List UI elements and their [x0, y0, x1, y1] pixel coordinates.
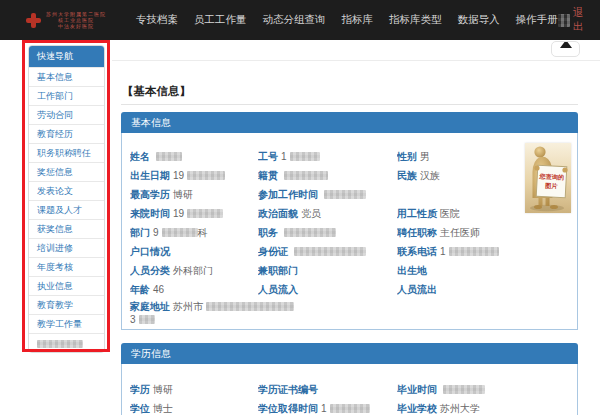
field-label: 政治面貌 — [258, 208, 298, 219]
field-label: 联系电话 — [397, 246, 437, 257]
nav-item-group-query[interactable]: 动态分组查询 — [263, 13, 326, 27]
field-position: 职务 — [258, 221, 397, 240]
field-id-card: 身份证 — [258, 240, 397, 259]
field-label: 身份证 — [258, 246, 288, 257]
redacted-value — [156, 152, 182, 161]
logout-button[interactable]: 退出 — [573, 6, 588, 34]
redacted-value — [324, 190, 366, 199]
header-separator — [112, 60, 600, 61]
top-navbar: 苏州大学附属第二医院 核工业总医院 中法友好医院 专技档案 员工工作量 动态分组… — [0, 0, 600, 40]
field-label: 家庭地址 — [130, 301, 170, 312]
field-name: 姓名 — [130, 145, 258, 164]
field-degree: 学位博士 — [130, 397, 258, 415]
field-appointed-title: 聘任职称主任医师 — [397, 221, 577, 240]
red-cross-icon — [26, 13, 41, 28]
navbar-user-area: 退出 — [558, 6, 593, 34]
nav-item-workload[interactable]: 员工工作量 — [194, 13, 247, 27]
field-degree-obtained-time: 学位取得时间1 — [258, 397, 397, 415]
field-label: 参加工作时间 — [258, 189, 318, 200]
nav-item-data-import[interactable]: 数据导入 — [458, 13, 500, 27]
redacted-label — [37, 340, 83, 348]
sidebar-item-teaching[interactable]: 教育教学 — [29, 295, 104, 314]
field-value: 汉族 — [420, 170, 440, 181]
field-value: 苏州大学 — [440, 403, 480, 414]
field-graduation-school: 毕业学校苏州大学 — [397, 397, 577, 415]
field-value: 19 — [173, 170, 184, 181]
field-graduation-time: 毕业时间 — [397, 378, 577, 397]
field-home-address: 家庭地址苏州市 3 — [122, 300, 577, 326]
field-label: 姓名 — [130, 151, 150, 162]
sidebar-item-rewards-punishments[interactable]: 奖惩信息 — [29, 162, 104, 181]
field-value: 外科部门 — [173, 265, 213, 276]
field-label: 职务 — [258, 227, 278, 238]
field-label: 性别 — [397, 151, 417, 162]
field-row: 出生日期19 籍贯 民族汉族 — [122, 164, 577, 183]
sidebar-item-teaching-workload[interactable]: 教学工作量 — [29, 314, 104, 333]
sidebar-item-training[interactable]: 培训进修 — [29, 238, 104, 257]
sidebar-item-practice-info[interactable]: 执业信息 — [29, 276, 104, 295]
field-label: 毕业学校 — [397, 403, 437, 414]
field-value: 46 — [153, 284, 164, 295]
sidebar-item-redacted[interactable] — [29, 333, 104, 352]
field-label: 学历 — [130, 384, 150, 395]
field-age: 年龄46 — [130, 278, 258, 297]
sidebar-item-work-dept[interactable]: 工作部门 — [29, 86, 104, 105]
field-hospital-entry-time: 来院时间19 — [130, 202, 258, 221]
field-label: 来院时间 — [130, 208, 170, 219]
scroll-top-button[interactable] — [551, 41, 580, 57]
field-value: 男 — [420, 151, 430, 162]
field-row: 户口情况 身份证 联系电话1 — [122, 240, 577, 259]
sidebar-item-projects-talent[interactable]: 课题及人才 — [29, 200, 104, 219]
redacted-value — [139, 315, 155, 324]
nav-item-archives[interactable]: 专技档案 — [136, 13, 178, 27]
sidebar-header: 快速导航 — [29, 46, 104, 67]
education-info-panel: 学历信息 学历博研 学历证书编号 毕业时间 学位博士 学位取得时间1 毕业学校苏… — [121, 343, 578, 415]
redacted-value — [206, 302, 294, 311]
field-value: 苏州市 — [173, 301, 203, 312]
up-arrow-icon — [560, 41, 572, 48]
sidebar-item-basic-info[interactable]: 基本信息 — [29, 67, 104, 86]
field-label: 学位取得时间 — [258, 403, 318, 414]
field-row: 学位博士 学位取得时间1 毕业学校苏州大学 — [122, 397, 577, 415]
field-row: 人员分类外科部门 兼职部门 出生地 — [122, 259, 577, 278]
nav-item-indicator-lib[interactable]: 指标库 — [342, 13, 374, 27]
field-native-place: 籍贯 — [258, 164, 397, 183]
field-label: 出生地 — [397, 265, 427, 276]
sidebar-item-labor-contract[interactable]: 劳动合同 — [29, 105, 104, 124]
redacted-value — [290, 152, 320, 161]
sidebar-item-annual-assessment[interactable]: 年度考核 — [29, 257, 104, 276]
redacted-value — [284, 228, 336, 237]
sidebar-item-papers[interactable]: 发表论文 — [29, 181, 104, 200]
hospital-logo: 苏州大学附属第二医院 核工业总医院 中法友好医院 — [26, 11, 106, 29]
field-value: 博研 — [153, 384, 173, 395]
redacted-value — [284, 171, 328, 180]
field-label: 人员流出 — [397, 284, 437, 295]
field-label: 聘任职称 — [397, 227, 437, 238]
redacted-value — [162, 228, 198, 237]
field-political-status: 政治面貌党员 — [258, 202, 397, 221]
field-label: 户口情况 — [130, 246, 170, 257]
sidebar-item-awards[interactable]: 获奖信息 — [29, 219, 104, 238]
field-row: 年龄46 人员流入 人员流出 — [122, 278, 577, 297]
field-row: 最高学历博研 参加工作时间 — [122, 183, 577, 202]
field-value: 1 — [440, 246, 446, 257]
sidebar-item-title-appointment[interactable]: 职务职称聘任 — [29, 143, 104, 162]
field-birth-date: 出生日期19 — [130, 164, 258, 183]
panel-body-education: 学历博研 学历证书编号 毕业时间 学位博士 学位取得时间1 毕业学校苏州大学 — [121, 364, 578, 415]
nav-item-manual[interactable]: 操作手册 — [516, 13, 558, 27]
field-value: 1 — [321, 403, 327, 414]
title-separator — [121, 104, 578, 105]
field-concurrent-dept: 兼职部门 — [258, 259, 397, 278]
field-label: 出生日期 — [130, 170, 170, 181]
redacted-value — [294, 247, 366, 256]
field-row: 姓名 工号1 性别男 — [122, 145, 577, 164]
field-value: 3 — [130, 314, 136, 325]
panel-body-basic: 姓名 工号1 性别男 出生日期19 籍贯 民族汉族 最高学历博研 参加工作时间 … — [121, 133, 578, 330]
logo-line: 中法友好医院 — [46, 23, 106, 29]
field-value: 9 — [153, 227, 159, 238]
field-label: 人员分类 — [130, 265, 170, 276]
nav-item-indicator-type[interactable]: 指标库类型 — [389, 13, 442, 27]
quick-nav-sidebar: 快速导航 基本信息 工作部门 劳动合同 教育经历 职务职称聘任 奖惩信息 发表论… — [28, 45, 105, 353]
sidebar-item-education-history[interactable]: 教育经历 — [29, 124, 104, 143]
field-personnel-category: 人员分类外科部门 — [130, 259, 258, 278]
